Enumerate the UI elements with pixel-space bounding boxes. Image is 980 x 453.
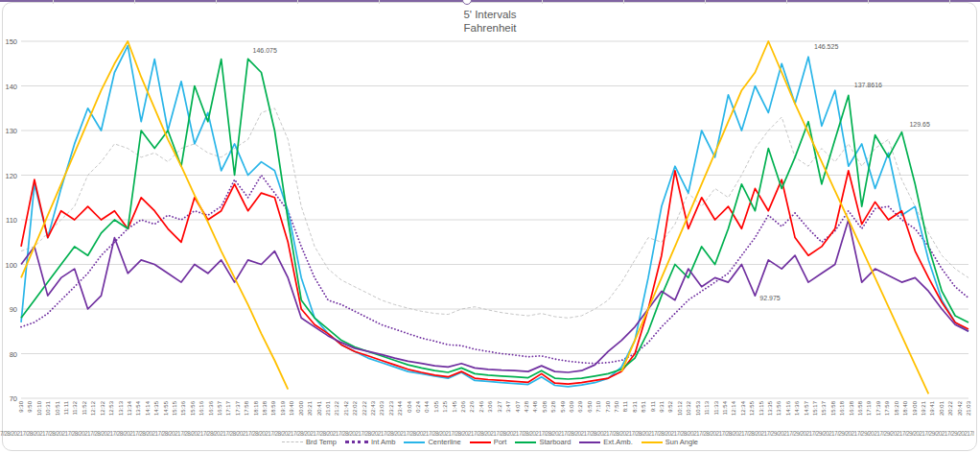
x-axis-label: 12:53 bbox=[107, 401, 115, 430]
y-axis-label: 90 bbox=[0, 305, 17, 314]
x-axis-label: 14:16 bbox=[784, 401, 792, 430]
x-axis-label: 0:24 bbox=[414, 401, 422, 430]
x-axis-label: 4:48 bbox=[531, 401, 539, 430]
x-axis-label: 11:33 bbox=[712, 401, 720, 430]
x-axis-label: 9:31 bbox=[658, 401, 665, 430]
x-axis-label: 20:00 bbox=[297, 401, 305, 430]
legend-item-port[interactable]: Port bbox=[470, 438, 507, 446]
y-axis-label: 80 bbox=[0, 350, 17, 359]
x-axis-label: 14:14 bbox=[144, 401, 152, 430]
x-axis-label: 23:44 bbox=[396, 401, 404, 430]
x-axis-label: 19:00 bbox=[911, 401, 919, 430]
legend-label: Starboard bbox=[539, 438, 571, 446]
legend-label: Brd Temp bbox=[306, 438, 337, 446]
x-axis-label: 19:19 bbox=[279, 401, 287, 430]
x-axis-label: 11:11 bbox=[62, 401, 70, 430]
x-axis-label: 2:06 bbox=[459, 401, 467, 430]
x-axis-label: 1:25 bbox=[441, 401, 449, 430]
legend-item-brd-temp[interactable]: Brd Temp bbox=[282, 438, 337, 446]
x-axis-label: 14:57 bbox=[803, 401, 810, 430]
series-centerline bbox=[21, 46, 968, 387]
x-axis-label: 13:35 bbox=[766, 401, 774, 430]
x-axis-label: 12:12 bbox=[89, 401, 97, 430]
x-axis-label: 12:34 bbox=[739, 401, 747, 430]
x-axis-label: 3:47 bbox=[504, 401, 512, 430]
x-axis-label: 17:58 bbox=[243, 401, 250, 430]
x-axis-label: 14:55 bbox=[162, 401, 170, 430]
series-brd-temp bbox=[21, 108, 968, 318]
x-axis-label: 13:56 bbox=[775, 401, 782, 430]
x-axis-label: 9:52 bbox=[666, 401, 674, 430]
point-data-label: 146.075 bbox=[253, 47, 277, 54]
x-axis-label: 22:02 bbox=[351, 401, 359, 430]
x-axis-label: 13:54 bbox=[134, 401, 142, 430]
x-axis-label: 21:01 bbox=[324, 401, 332, 430]
x-axis-label: 16:36 bbox=[207, 401, 215, 430]
x-axis-label: 19:21 bbox=[920, 401, 927, 430]
x-axis-label: 16:16 bbox=[198, 401, 205, 430]
point-data-label: 92.975 bbox=[759, 295, 780, 301]
x-axis-label: 7:50 bbox=[613, 401, 620, 430]
legend-item-starboard[interactable]: Starboard bbox=[515, 438, 571, 446]
x-axis-label: 10:51 bbox=[54, 401, 61, 430]
x-axis-label: 6:29 bbox=[576, 401, 584, 430]
legend-item-sun-angle[interactable]: Sun Angle bbox=[642, 438, 698, 446]
x-axis-label: 5:28 bbox=[549, 401, 557, 430]
legend-line-sample bbox=[470, 441, 491, 443]
x-axis-label: 18:18 bbox=[252, 401, 260, 430]
x-axis-label: 15:37 bbox=[820, 401, 828, 430]
x-axis-label: 6:09 bbox=[568, 401, 575, 430]
x-axis-label: 21:03 bbox=[965, 401, 972, 430]
x-axis-label: 17:39 bbox=[875, 401, 882, 430]
x-axis-label: 18:40 bbox=[901, 401, 909, 430]
legend-item-ext-amb-[interactable]: Ext.Amb. bbox=[579, 438, 632, 446]
x-axis-label: 8:31 bbox=[631, 401, 639, 430]
point-data-label: 146.525 bbox=[814, 43, 838, 50]
legend-label: Port bbox=[494, 438, 507, 446]
x-axis-label: 10:32 bbox=[685, 401, 692, 430]
spreadsheet-background: 5' Intervals Fahrenheit 7080901001101201… bbox=[0, 0, 980, 453]
x-axis-label: 10:53 bbox=[694, 401, 702, 430]
x-axis-label: 21:22 bbox=[333, 401, 340, 430]
y-axis-label: 140 bbox=[0, 83, 17, 91]
x-axis-label: 13:34 bbox=[126, 401, 133, 430]
x-axis-label: 4:28 bbox=[523, 401, 530, 430]
x-axis-label: 19:40 bbox=[288, 401, 295, 430]
x-axis-label: 20:22 bbox=[946, 401, 954, 430]
y-axis-label: 100 bbox=[0, 261, 17, 270]
legend-item-int-amb[interactable]: Int Amb bbox=[345, 438, 395, 446]
legend-label: Centerline bbox=[428, 438, 460, 446]
x-axis-label: 22:22 bbox=[361, 401, 368, 430]
series-port bbox=[21, 171, 968, 384]
legend-line-sample bbox=[404, 441, 425, 443]
x-axis-label: 16:38 bbox=[848, 401, 855, 430]
x-axis-label: 4:07 bbox=[514, 401, 522, 430]
x-axis-label: 19:41 bbox=[928, 401, 936, 430]
x-axis-label: 9:11 bbox=[649, 401, 657, 430]
x-axis-label: 3:06 bbox=[486, 401, 494, 430]
x-axis-label: 8:51 bbox=[640, 401, 647, 430]
x-axis-label: 11:13 bbox=[703, 401, 711, 430]
x-axis-label: 16:18 bbox=[838, 401, 846, 430]
x-axis-label: 0:04 bbox=[406, 401, 413, 430]
legend-item-centerline[interactable]: Centerline bbox=[404, 438, 460, 446]
x-axis-label: 20:41 bbox=[315, 401, 323, 430]
legend-line-sample bbox=[282, 441, 303, 442]
x-axis-label: 9:50 bbox=[26, 401, 34, 430]
x-axis-label: 20:01 bbox=[938, 401, 945, 430]
x-axis-label: 6:50 bbox=[586, 401, 594, 430]
x-axis-label: 21:42 bbox=[342, 401, 350, 430]
series-sun-angle bbox=[21, 41, 288, 390]
plot-area[interactable] bbox=[0, 0, 980, 453]
x-axis-label: 7:10 bbox=[595, 401, 602, 430]
x-axis-label: 16:58 bbox=[856, 401, 864, 430]
x-axis-label: 15:15 bbox=[171, 401, 178, 430]
legend: Brd TempInt AmbCenterlinePortStarboardEx… bbox=[0, 438, 980, 446]
x-axis-label: 17:19 bbox=[865, 401, 873, 430]
legend-line-sample bbox=[345, 441, 368, 443]
x-axis-label: 14:36 bbox=[793, 401, 801, 430]
legend-line-sample bbox=[579, 441, 600, 443]
x-axis-label: 15:17 bbox=[811, 401, 819, 430]
x-axis-label: 9:30 bbox=[17, 401, 25, 430]
x-axis-label: 12:55 bbox=[748, 401, 756, 430]
